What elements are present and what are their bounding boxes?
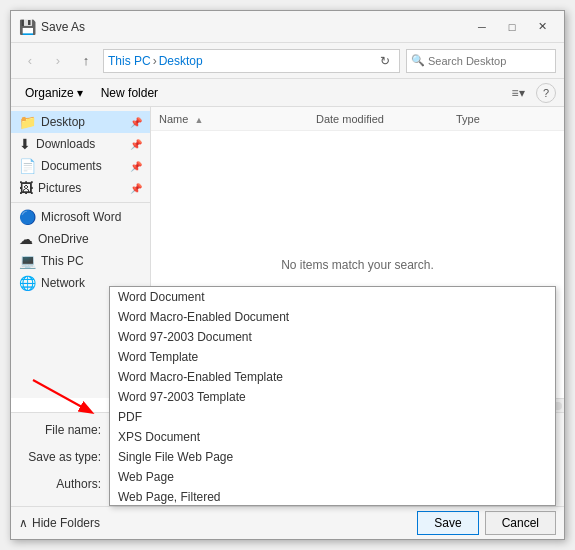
sidebar-item-documents[interactable]: 📄 Documents 📌 — [11, 155, 150, 177]
hide-folders-arrow: ∧ — [19, 516, 28, 530]
sidebar-item-desktop[interactable]: 📁 Desktop 📌 — [11, 111, 150, 133]
forward-button[interactable]: › — [47, 50, 69, 72]
col-date-header[interactable]: Date modified — [316, 113, 456, 125]
sidebar-item-label-network: Network — [41, 276, 85, 290]
organize-button[interactable]: Organize ▾ — [19, 84, 89, 102]
sidebar-item-word[interactable]: 🔵 Microsoft Word — [11, 206, 150, 228]
sidebar-item-onedrive[interactable]: ☁ OneDrive — [11, 228, 150, 250]
savetype-dropdown[interactable]: Word Document Word Macro-Enabled Documen… — [109, 286, 556, 506]
up-button[interactable]: ↑ — [75, 50, 97, 72]
dropdown-item-9[interactable]: Web Page — [110, 467, 555, 487]
dialog-icon: 💾 — [19, 19, 35, 35]
savetype-label: Save as type: — [19, 450, 109, 464]
nav-toolbar: ‹ › ↑ This PC › Desktop ↻ 🔍 — [11, 43, 564, 79]
sidebar-item-downloads[interactable]: ⬇ Downloads 📌 — [11, 133, 150, 155]
pin-icon-pictures: 📌 — [130, 183, 142, 194]
sidebar-item-thispc[interactable]: 💻 This PC — [11, 250, 150, 272]
dropdown-item-6[interactable]: PDF — [110, 407, 555, 427]
col-type-header[interactable]: Type — [456, 113, 556, 125]
thispc-icon: 💻 — [19, 253, 36, 269]
col-name-label: Name — [159, 113, 188, 125]
title-bar-buttons: ─ □ ✕ — [468, 17, 556, 37]
file-header: Name ▲ Date modified Type — [151, 107, 564, 131]
organize-arrow: ▾ — [77, 86, 83, 100]
hide-folders-button[interactable]: ∧ Hide Folders — [19, 516, 100, 530]
sidebar-item-label-downloads: Downloads — [36, 137, 95, 151]
col-name-chevron: ▲ — [194, 115, 203, 125]
onedrive-icon: ☁ — [19, 231, 33, 247]
no-items-text: No items match your search. — [281, 258, 434, 272]
title-bar: 💾 Save As ─ □ ✕ — [11, 11, 564, 43]
dialog-title: Save As — [41, 20, 468, 34]
second-toolbar: Organize ▾ New folder ≡ ▾ ? — [11, 79, 564, 107]
documents-icon: 📄 — [19, 158, 36, 174]
sidebar-item-label-pictures: Pictures — [38, 181, 81, 195]
sidebar-item-label-desktop: Desktop — [41, 115, 85, 129]
dropdown-item-1[interactable]: Word Macro-Enabled Document — [110, 307, 555, 327]
col-date-label: Date modified — [316, 113, 384, 125]
dropdown-item-2[interactable]: Word 97-2003 Document — [110, 327, 555, 347]
organize-label: Organize — [25, 86, 74, 100]
hide-folders-row: ∧ Hide Folders Save Cancel — [11, 506, 564, 539]
search-input[interactable] — [428, 55, 566, 67]
dropdown-item-10[interactable]: Web Page, Filtered — [110, 487, 555, 506]
dropdown-item-4[interactable]: Word Macro-Enabled Template — [110, 367, 555, 387]
search-box[interactable]: 🔍 — [406, 49, 556, 73]
dropdown-item-0[interactable]: Word Document — [110, 287, 555, 307]
maximize-button[interactable]: □ — [498, 17, 526, 37]
pin-icon-downloads: 📌 — [130, 139, 142, 150]
downloads-icon: ⬇ — [19, 136, 31, 152]
sidebar-item-label-documents: Documents — [41, 159, 102, 173]
dropdown-item-8[interactable]: Single File Web Page — [110, 447, 555, 467]
authors-label: Authors: — [19, 477, 109, 491]
sidebar-item-label-onedrive: OneDrive — [38, 232, 89, 246]
col-name-header[interactable]: Name ▲ — [159, 113, 316, 125]
word-icon: 🔵 — [19, 209, 36, 225]
path-thispc[interactable]: This PC — [108, 54, 151, 68]
col-type-label: Type — [456, 113, 480, 125]
dropdown-item-7[interactable]: XPS Document — [110, 427, 555, 447]
back-button[interactable]: ‹ — [19, 50, 41, 72]
search-icon: 🔍 — [411, 54, 425, 67]
network-icon: 🌐 — [19, 275, 36, 291]
pin-icon-desktop: 📌 — [130, 117, 142, 128]
refresh-button[interactable]: ↻ — [375, 51, 395, 71]
address-bar[interactable]: This PC › Desktop ↻ — [103, 49, 400, 73]
view-button[interactable]: ≡ ▾ — [506, 81, 530, 105]
path-desktop[interactable]: Desktop — [159, 54, 203, 68]
pin-icon-documents: 📌 — [130, 161, 142, 172]
bottom-wrapper: File name: Save as type: Word Document ▾… — [11, 412, 564, 539]
save-cancel-buttons: Save Cancel — [417, 511, 556, 535]
path-sep1: › — [153, 54, 157, 68]
dropdown-item-3[interactable]: Word Template — [110, 347, 555, 367]
address-path: This PC › Desktop — [108, 54, 371, 68]
desktop-icon: 📁 — [19, 114, 36, 130]
view-arrow: ▾ — [519, 86, 525, 100]
filename-label: File name: — [19, 423, 109, 437]
close-button[interactable]: ✕ — [528, 17, 556, 37]
view-icon: ≡ — [511, 86, 518, 100]
new-folder-button[interactable]: New folder — [95, 84, 164, 102]
help-button[interactable]: ? — [536, 83, 556, 103]
save-button[interactable]: Save — [417, 511, 478, 535]
sidebar-divider-1 — [11, 202, 150, 203]
new-folder-label: New folder — [101, 86, 158, 100]
sidebar-item-pictures[interactable]: 🖼 Pictures 📌 — [11, 177, 150, 199]
sidebar-item-label-word: Microsoft Word — [41, 210, 121, 224]
sidebar-item-label-thispc: This PC — [41, 254, 84, 268]
hide-folders-label: Hide Folders — [32, 516, 100, 530]
save-as-dialog: 💾 Save As ─ □ ✕ ‹ › ↑ This PC › Desktop … — [10, 10, 565, 540]
dropdown-item-5[interactable]: Word 97-2003 Template — [110, 387, 555, 407]
pictures-icon: 🖼 — [19, 180, 33, 196]
cancel-button[interactable]: Cancel — [485, 511, 556, 535]
minimize-button[interactable]: ─ — [468, 17, 496, 37]
